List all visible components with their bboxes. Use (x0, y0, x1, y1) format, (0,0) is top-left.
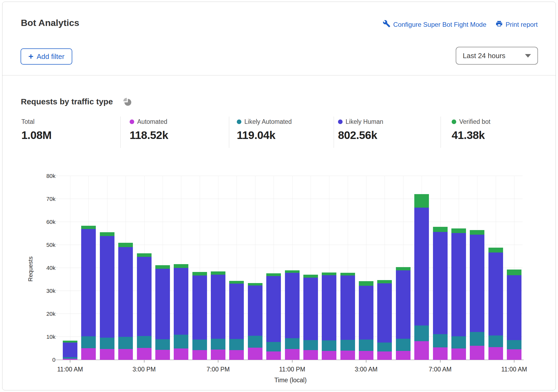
bar-segment-likely-human (322, 275, 336, 340)
bar-segment-likely-automated (100, 338, 114, 349)
x-tick-label: 7:00 AM (416, 366, 465, 373)
bar-segment-verified-bot (377, 280, 392, 283)
horizontal-gridline (58, 176, 523, 176)
stat-verified-bot-top: Verified bot (452, 118, 490, 125)
y-axis-tick-mark (55, 245, 58, 245)
x-tick-label: 3:00 AM (342, 366, 390, 373)
stat-total-top: Total (21, 118, 51, 125)
bar-segment-verified-bot (229, 281, 244, 284)
bar-segment-automated (211, 350, 225, 360)
bar-segment-likely-human (81, 229, 96, 336)
y-tick-label: 30k (2, 287, 55, 294)
x-axis-tick-mark (440, 360, 441, 363)
bar-segment-automated (322, 351, 336, 360)
x-axis-tick-mark (144, 360, 145, 363)
bar-segment-automated (340, 351, 355, 360)
header-links: Configure Super Bot Fight Mode Print rep… (383, 20, 538, 29)
x-axis-title: Time (local) (58, 377, 523, 384)
bar-segment-likely-human (155, 269, 170, 339)
print-report-link[interactable]: Print report (495, 20, 538, 29)
stat-divider (441, 117, 441, 148)
bar-segment-automated (359, 351, 373, 360)
bar-segment-automated (100, 349, 114, 360)
stat-value: 802.56k (338, 129, 383, 142)
bar-segment-likely-automated (433, 334, 448, 347)
y-tick-label: 60k (2, 218, 55, 225)
stat-total: Total 1.08M (21, 118, 51, 142)
pie-chart-icon (123, 97, 132, 108)
horizontal-gridline (58, 199, 523, 199)
bar-segment-automated (377, 351, 392, 360)
x-axis-tick-mark (514, 360, 514, 363)
time-range-dropdown[interactable]: Last 24 hours (456, 47, 538, 65)
bar-segment-automated (507, 349, 521, 360)
bar-segment-likely-automated (137, 336, 152, 348)
bar-segment-likely-human (433, 232, 448, 334)
plus-icon: + (28, 52, 34, 61)
bar-segment-likely-human (303, 278, 318, 340)
bar-segment-automated (285, 349, 300, 360)
x-axis-tick-mark (366, 360, 366, 363)
x-tick-label: 7:00 PM (194, 366, 242, 373)
bar-segment-likely-automated (266, 342, 281, 352)
stat-label: Likely Human (346, 118, 383, 125)
wrench-icon (383, 20, 390, 29)
printer-icon (495, 20, 503, 29)
bar-segment-likely-automated (322, 340, 336, 351)
y-tick-label: 20k (2, 310, 55, 317)
bar-segment-verified-bot (451, 228, 466, 233)
header-divider (2, 75, 556, 75)
bar-segment-likely-human (488, 253, 503, 335)
automated-legend-dot (130, 119, 134, 124)
page-title: Bot Analytics (21, 18, 79, 28)
bar-segment-likely-automated (507, 340, 521, 349)
y-tick-label: 70k (2, 195, 55, 202)
bar-segment-verified-bot (414, 194, 429, 208)
configure-link-label: Configure Super Bot Fight Mode (393, 21, 486, 28)
bar-segment-automated (433, 347, 448, 360)
stat-automated: Automated 118.52k (130, 118, 168, 142)
bar-segment-verified-bot (285, 270, 300, 273)
add-filter-label: Add filter (37, 52, 65, 61)
bar-segment-likely-automated (63, 357, 77, 359)
bar-segment-likely-automated (359, 340, 373, 351)
bar-segment-likely-automated (470, 332, 484, 346)
bar-segment-verified-bot (322, 273, 336, 275)
bar-segment-likely-human (414, 208, 429, 325)
add-filter-button[interactable]: + Add filter (21, 48, 72, 65)
x-tick-label: 3:00 PM (120, 366, 169, 373)
bar-segment-likely-human (470, 235, 484, 332)
x-axis-tick-mark (292, 360, 293, 363)
y-axis-tick-mark (55, 291, 58, 291)
bar-segment-likely-automated (248, 336, 262, 348)
y-axis-tick-mark (55, 337, 58, 337)
bar-segment-verified-bot (81, 226, 96, 229)
bar-segment-likely-automated (340, 340, 355, 351)
bar-segment-automated (174, 348, 188, 360)
bar-segment-likely-human (174, 268, 188, 335)
x-axis-tick-mark (70, 360, 70, 363)
bar-segment-verified-bot (100, 232, 114, 236)
bar-segment-likely-automated (377, 343, 392, 351)
bar-segment-likely-automated (303, 340, 318, 350)
print-link-label: Print report (506, 21, 538, 28)
bar-segment-likely-human (377, 283, 392, 343)
bot-analytics-card: Bot Analytics Configure Super Bot Fight … (2, 2, 556, 390)
bar-segment-likely-automated (285, 338, 300, 349)
y-axis-tick-mark (55, 360, 58, 360)
bar-segment-automated (229, 350, 244, 360)
horizontal-gridline (58, 222, 523, 222)
chevron-down-icon (525, 54, 531, 58)
bar-segment-likely-automated (118, 337, 133, 349)
bar-segment-likely-automated (174, 335, 188, 348)
x-tick-label: 11:00 AM (46, 366, 94, 373)
likely-automated-legend-dot (237, 119, 241, 124)
stat-divider (334, 117, 334, 148)
bar-segment-verified-bot (396, 267, 411, 270)
stat-likely-human-top: Likely Human (338, 118, 383, 125)
configure-super-bot-fight-mode-link[interactable]: Configure Super Bot Fight Mode (383, 20, 486, 29)
bar-segment-likely-human (137, 257, 152, 336)
stat-value: 119.04k (237, 129, 292, 142)
stat-likely-human: Likely Human 802.56k (338, 118, 383, 142)
stat-label: Total (21, 118, 35, 125)
